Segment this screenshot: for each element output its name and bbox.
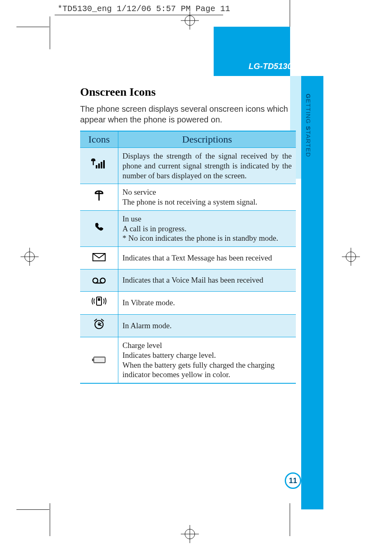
product-name: LG-TD5130 xyxy=(249,62,292,71)
table-row: No serviceThe phone is not receiving a s… xyxy=(80,184,296,211)
svg-rect-24 xyxy=(92,359,94,361)
vibrate-icon xyxy=(80,292,118,315)
svg-rect-12 xyxy=(96,165,97,168)
page-number-badge: 11 xyxy=(285,472,301,489)
signal-bars-desc: Displays the strength of the signal rece… xyxy=(118,148,296,184)
vibrate-desc: In Vibrate mode. xyxy=(118,292,296,315)
table-row: In Vibrate mode. xyxy=(80,292,296,315)
voice-mail-desc: Indicates that a Voice Mail has been rec… xyxy=(118,269,296,292)
phone-handset-icon xyxy=(80,210,118,246)
voicemail-icon xyxy=(80,269,118,292)
section-tab-label: GETTING STARTED xyxy=(302,94,312,157)
svg-rect-14 xyxy=(101,162,102,168)
table-row: Indicates that a Text Message has been r… xyxy=(80,247,296,269)
table-row: Charge levelIndicates battery charge lev… xyxy=(80,337,296,384)
in-use-desc: In useA call is in progress.* No icon in… xyxy=(118,210,296,246)
no-service-desc: No serviceThe phone is not receiving a s… xyxy=(118,184,296,211)
intro-paragraph: The phone screen displays several onscre… xyxy=(80,104,296,125)
no-service-icon xyxy=(80,184,118,211)
table-row: Indicates that a Voice Mail has been rec… xyxy=(80,269,296,292)
page-heading: Onscreen Icons xyxy=(80,85,296,99)
table-row: Displays the strength of the signal rece… xyxy=(80,148,296,184)
crop-mark xyxy=(50,16,50,49)
print-slug-line: *TD5130_eng 1/12/06 5:57 PM Page 11 xyxy=(58,4,230,14)
svg-rect-13 xyxy=(98,164,100,168)
table-row: In Alarm mode. xyxy=(80,314,296,337)
crop-mark xyxy=(50,503,50,536)
svg-rect-21 xyxy=(98,298,100,301)
envelope-icon xyxy=(80,247,118,269)
svg-rect-15 xyxy=(103,160,105,168)
alarm-desc: In Alarm mode. xyxy=(118,314,296,337)
registration-mark-icon xyxy=(21,248,39,266)
battery-desc: Charge levelIndicates battery charge lev… xyxy=(118,337,296,384)
alarm-clock-icon xyxy=(80,314,118,337)
text-message-desc: Indicates that a Text Message has been r… xyxy=(118,247,296,269)
registration-mark-icon xyxy=(342,248,360,266)
battery-icon xyxy=(80,337,118,384)
col-header-descriptions: Descriptions xyxy=(118,131,296,148)
table-row: In useA call is in progress.* No icon in… xyxy=(80,210,296,246)
crop-mark xyxy=(290,503,290,536)
svg-rect-25 xyxy=(95,358,104,362)
crop-mark xyxy=(16,509,49,510)
signal-bars-icon xyxy=(80,148,118,184)
registration-mark-icon xyxy=(181,12,199,30)
onscreen-icons-table: Icons Descriptions Displays the strength… xyxy=(80,131,296,384)
svg-point-18 xyxy=(100,278,105,283)
svg-point-17 xyxy=(93,278,98,283)
page-content: Onscreen Icons The phone screen displays… xyxy=(80,85,296,384)
col-header-icons: Icons xyxy=(80,131,118,148)
table-header-row: Icons Descriptions xyxy=(80,131,296,148)
crop-mark xyxy=(16,27,49,27)
registration-mark-icon xyxy=(181,525,199,543)
